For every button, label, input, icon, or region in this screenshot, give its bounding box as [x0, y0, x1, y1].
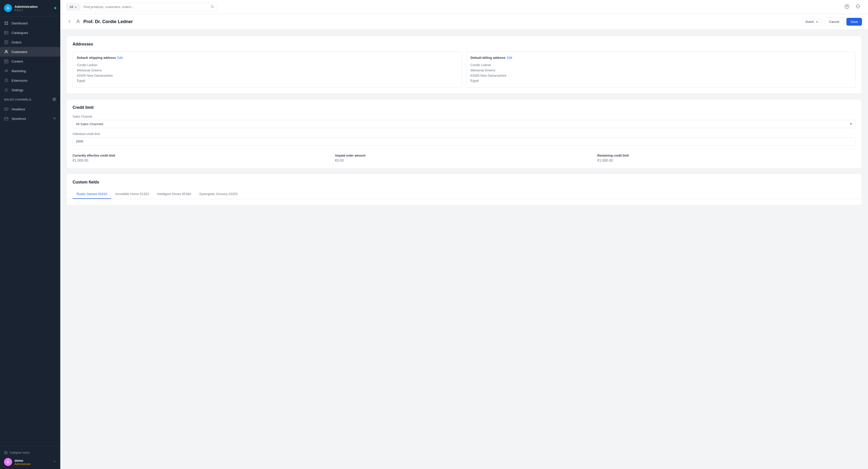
search-input[interactable]: [81, 3, 208, 10]
topbar-actions: [843, 2, 862, 11]
sidebar-item-label: Customers: [11, 50, 27, 54]
unpaid-credit-stat: Unpaid order amount €0.00: [335, 154, 593, 163]
effective-credit-label: Currently effective credit limit: [72, 154, 331, 157]
page-header: Prof. Dr. Cordie Ledner Dutch Cancel Sav…: [60, 14, 868, 30]
sidebar: G Administration 6.5.2.1 Dashboard Catal…: [0, 0, 60, 469]
svg-rect-0: [4, 21, 6, 23]
user-role: Administrator: [14, 463, 31, 466]
shipping-edit-link[interactable]: Edit: [117, 56, 123, 60]
sidebar-item-content[interactable]: Content: [0, 57, 60, 66]
app-logo: G: [4, 4, 12, 12]
shipping-address-city: 63305 New Darianashire: [77, 73, 458, 79]
svg-rect-3: [6, 23, 8, 25]
sidebar-item-label: Orders: [11, 40, 22, 44]
sales-channel-select[interactable]: All Sales Channels: [72, 120, 856, 128]
svg-rect-11: [4, 108, 8, 110]
addresses-grid: Default shipping address Edit Cordie Led…: [72, 52, 856, 88]
customers-icon: [4, 50, 8, 54]
svg-rect-12: [4, 118, 8, 120]
custom-fields-card: Custom fields Rustic Games 41610 Incredi…: [66, 174, 862, 205]
svg-point-19: [78, 20, 79, 21]
storefront-visibility-icon: [53, 117, 56, 121]
language-selector[interactable]: Dutch: [802, 18, 822, 25]
sidebar-item-headless[interactable]: Headless: [0, 104, 60, 114]
sidebar-item-orders[interactable]: Orders: [0, 37, 60, 47]
search-filter-button[interactable]: All: [67, 3, 81, 10]
sidebar-item-marketing[interactable]: Marketing: [0, 66, 60, 76]
addresses-card: Addresses Default shipping address Edit …: [66, 36, 862, 94]
sidebar-item-dashboard[interactable]: Dashboard: [0, 18, 60, 28]
sidebar-item-catalogues[interactable]: Catalogues: [0, 28, 60, 37]
svg-point-18: [847, 7, 847, 8]
sidebar-item-customers[interactable]: Customers: [0, 47, 60, 57]
sidebar-item-label: Dashboard: [11, 21, 28, 25]
sidebar-item-settings[interactable]: Settings: [0, 85, 60, 95]
billing-address-header: Default billing address Edit: [470, 56, 851, 60]
notifications-button[interactable]: [854, 2, 862, 11]
addresses-title: Addresses: [72, 42, 856, 47]
customer-breadcrumb-icon: [76, 19, 81, 25]
svg-point-9: [6, 89, 7, 90]
billing-edit-link[interactable]: Edit: [507, 56, 512, 60]
effective-credit-value: €1,000.00: [72, 158, 331, 163]
billing-address-country: Egypt: [470, 78, 851, 83]
credit-limit-input[interactable]: [72, 137, 856, 146]
shipping-address-header: Default shipping address Edit: [77, 56, 458, 60]
sales-channel-group: Sales Channel All Sales Channels: [72, 115, 856, 128]
app-version: 6.5.2.1: [14, 8, 38, 11]
help-button[interactable]: [843, 2, 851, 11]
settings-icon: [4, 88, 8, 92]
unpaid-credit-label: Unpaid order amount: [335, 154, 593, 157]
sidebar-item-label: Catalogues: [11, 31, 28, 35]
sidebar-header: G Administration 6.5.2.1: [0, 0, 60, 16]
sidebar-item-label: Settings: [11, 88, 23, 92]
svg-rect-1: [6, 21, 8, 23]
tab-synergistic-grocery[interactable]: Synergistic Grocery 22253: [195, 189, 242, 199]
shipping-address-country: Egypt: [77, 78, 458, 83]
svg-rect-2: [4, 23, 6, 25]
tab-rustic-games[interactable]: Rustic Games 41610: [72, 189, 111, 199]
credit-limit-label: Individual credit limit: [72, 132, 856, 136]
marketing-icon: [4, 69, 8, 73]
extensions-icon: [4, 78, 8, 83]
search-filter-label: All: [69, 5, 73, 9]
tab-incredible-home[interactable]: Incredible Home 51323: [111, 189, 153, 199]
billing-address-city: 63305 New Darianashire: [470, 73, 851, 79]
save-button[interactable]: Save: [846, 18, 862, 26]
custom-fields-tabs: Rustic Games 41610 Incredible Home 51323…: [67, 189, 862, 199]
billing-address-card: Default billing address Edit Cordie Ledn…: [466, 52, 856, 88]
main-content: All Prof. Dr. Cordie Ledner Dutch: [60, 0, 868, 469]
billing-address-street: Weissnat Greens: [470, 68, 851, 73]
search-bar: All: [66, 3, 217, 11]
tab-intelligent-shoes[interactable]: Intelligent Shoes 85384: [153, 189, 195, 199]
credit-limit-card: Credit limit Sales Channel All Sales Cha…: [66, 99, 862, 169]
user-name: demo: [14, 459, 31, 463]
sidebar-item-label: Headless: [11, 107, 25, 111]
status-indicator: [54, 7, 56, 9]
sidebar-footer: Collapse menu D demo Administrator: [0, 446, 60, 469]
catalogues-icon: [4, 30, 8, 35]
sidebar-item-storefront[interactable]: Storefront: [0, 114, 60, 123]
content-icon: [4, 59, 8, 64]
remaining-credit-label: Remaining credit limit: [597, 154, 856, 157]
add-sales-channel-icon[interactable]: [52, 97, 56, 102]
sidebar-nav: Dashboard Catalogues Orders Customers Co…: [0, 16, 60, 446]
sidebar-item-label: Content: [11, 60, 23, 63]
sidebar-item-label: Extensions: [11, 79, 28, 83]
back-button[interactable]: [66, 18, 73, 25]
svg-point-14: [54, 118, 55, 119]
user-section: D demo Administrator: [4, 456, 56, 466]
language-label: Dutch: [805, 20, 814, 24]
collapse-menu-button[interactable]: Collapse menu: [4, 449, 56, 456]
sales-channels-label: Sales Channels: [4, 98, 31, 101]
billing-address-name: Cordie Ledner: [470, 63, 851, 68]
page-title: Prof. Dr. Cordie Ledner: [83, 19, 799, 24]
sidebar-item-extensions[interactable]: Extensions: [0, 76, 60, 85]
user-menu-chevron[interactable]: [53, 460, 56, 464]
sidebar-item-label: Storefront: [11, 117, 26, 121]
cancel-button[interactable]: Cancel: [825, 18, 843, 26]
search-submit-button[interactable]: [208, 3, 217, 11]
storefront-icon: [4, 116, 8, 121]
effective-credit-stat: Currently effective credit limit €1,000.…: [72, 154, 331, 163]
svg-rect-4: [4, 31, 8, 34]
